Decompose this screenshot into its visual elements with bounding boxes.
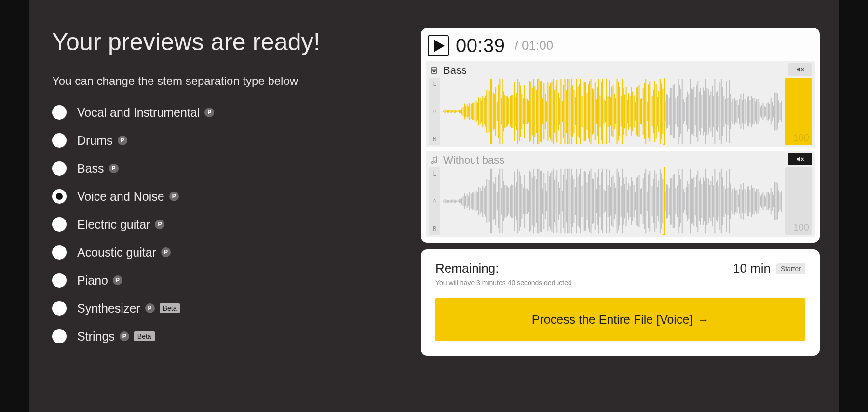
svg-rect-451: [680, 179, 681, 223]
svg-rect-304: [489, 180, 490, 222]
radio-button[interactable]: [52, 105, 67, 120]
radio-button[interactable]: [52, 189, 67, 204]
svg-rect-471: [706, 178, 707, 225]
svg-rect-180: [671, 88, 672, 135]
svg-rect-357: [558, 182, 559, 220]
stem-option[interactable]: DrumsP: [52, 133, 397, 148]
svg-rect-491: [732, 189, 733, 213]
svg-rect-249: [761, 105, 762, 118]
play-button[interactable]: [428, 35, 449, 56]
playhead[interactable]: [664, 167, 665, 235]
radio-button[interactable]: [52, 329, 67, 343]
svg-rect-274: [449, 200, 450, 203]
volume-slider[interactable]: 100: [785, 167, 812, 235]
radio-button[interactable]: [52, 301, 67, 316]
svg-rect-349: [547, 171, 548, 231]
radio-button[interactable]: [52, 245, 67, 260]
svg-rect-523: [774, 182, 775, 220]
svg-rect-370: [575, 187, 576, 215]
svg-rect-34: [481, 101, 482, 122]
svg-rect-525: [777, 183, 778, 220]
plan-badge: Starter: [776, 263, 805, 274]
svg-rect-420: [640, 189, 641, 214]
svg-rect-236: [745, 99, 746, 124]
svg-rect-78: [538, 79, 539, 144]
svg-rect-496: [739, 189, 740, 213]
svg-rect-470: [705, 169, 706, 233]
svg-rect-301: [485, 186, 486, 217]
svg-rect-469: [704, 181, 705, 221]
svg-rect-108: [578, 87, 579, 137]
svg-rect-365: [569, 169, 570, 233]
svg-rect-472: [708, 179, 709, 223]
volume-slider[interactable]: 100: [785, 78, 812, 145]
svg-rect-419: [639, 175, 640, 227]
stem-option[interactable]: SynthesizerPBeta: [52, 301, 397, 316]
svg-rect-240: [749, 100, 750, 123]
waveform-area[interactable]: [443, 167, 782, 235]
svg-rect-386: [596, 189, 597, 213]
svg-rect-499: [743, 183, 744, 220]
stem-option[interactable]: Voice and NoiseP: [52, 189, 397, 204]
svg-rect-402: [617, 169, 618, 233]
radio-button[interactable]: [52, 217, 67, 232]
svg-rect-46: [497, 102, 498, 121]
mute-button[interactable]: [788, 63, 812, 76]
svg-rect-273: [448, 200, 449, 202]
svg-rect-220: [723, 96, 724, 127]
waveform-area[interactable]: [443, 78, 782, 145]
option-label-text: Voice and Noise: [77, 190, 164, 204]
svg-rect-242: [752, 98, 753, 125]
playhead[interactable]: [664, 78, 665, 145]
svg-rect-346: [543, 173, 544, 229]
svg-rect-162: [648, 85, 649, 138]
svg-rect-307: [493, 182, 494, 220]
svg-rect-284: [463, 196, 464, 206]
channel-r: R: [433, 136, 437, 142]
volume-value: 100: [793, 222, 809, 233]
mute-button[interactable]: [788, 153, 812, 165]
stem-option[interactable]: PianoP: [52, 273, 397, 288]
svg-rect-9: [448, 110, 449, 112]
radio-button[interactable]: [52, 273, 67, 288]
svg-rect-483: [722, 177, 723, 225]
svg-rect-510: [758, 189, 759, 213]
svg-rect-199: [696, 85, 697, 137]
svg-rect-214: [716, 93, 717, 131]
svg-rect-528: [781, 191, 782, 212]
svg-rect-364: [567, 169, 568, 233]
process-button[interactable]: Process the Entire File [Voice] →: [435, 298, 805, 341]
premium-badge-icon: P: [109, 164, 119, 173]
svg-rect-429: [652, 186, 653, 217]
track-bass: Bass L 0 R: [426, 61, 815, 147]
svg-rect-514: [762, 192, 763, 210]
svg-rect-237: [746, 102, 746, 121]
svg-rect-302: [486, 179, 487, 223]
radio-button[interactable]: [52, 161, 67, 176]
premium-badge-icon: P: [169, 192, 179, 201]
svg-rect-306: [491, 169, 492, 233]
page-title: Your previews are ready!: [52, 28, 397, 56]
svg-rect-166: [653, 90, 654, 133]
stem-option[interactable]: Electric guitarP: [52, 217, 397, 232]
svg-rect-68: [525, 99, 526, 124]
svg-rect-394: [606, 169, 607, 233]
player-bar: 00:39 / 01:00: [426, 33, 815, 60]
svg-rect-527: [780, 192, 781, 210]
svg-rect-404: [619, 177, 620, 226]
stem-option[interactable]: BassP: [52, 161, 397, 176]
stem-option[interactable]: Acoustic guitarP: [52, 245, 397, 260]
page-subtitle: You can change the stem separation type …: [52, 73, 303, 89]
svg-rect-320: [510, 186, 511, 216]
svg-rect-399: [613, 175, 614, 227]
svg-rect-255: [769, 104, 770, 119]
svg-rect-477: [714, 169, 715, 233]
svg-rect-193: [688, 94, 689, 129]
svg-rect-515: [764, 195, 765, 207]
svg-rect-275: [451, 200, 452, 203]
stem-option[interactable]: Vocal and InstrumentalP: [52, 105, 397, 120]
svg-rect-260: [776, 92, 777, 130]
svg-rect-195: [691, 88, 692, 134]
stem-option[interactable]: StringsPBeta: [52, 329, 397, 343]
radio-button[interactable]: [52, 133, 67, 148]
